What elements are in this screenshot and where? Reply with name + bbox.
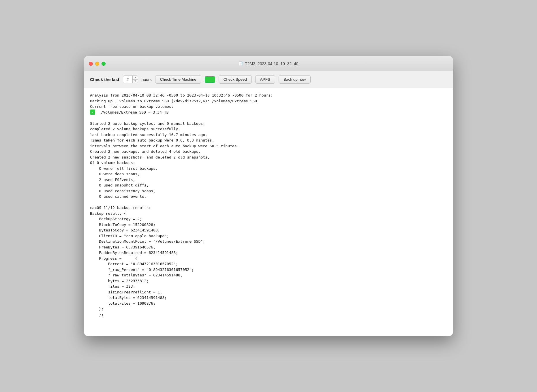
traffic-lights xyxy=(89,62,106,66)
hours-stepper[interactable]: 2 ▲ ▼ xyxy=(123,76,138,83)
hours-value: 2 xyxy=(123,76,132,83)
backup-now-button[interactable]: Back up now xyxy=(279,75,311,84)
stepper-arrows: ▲ ▼ xyxy=(132,76,138,83)
check-label: Check the last xyxy=(90,77,119,82)
window-title: 📄 T2M2_2023-04-10_10_32_40 xyxy=(239,61,298,66)
apfs-button[interactable]: APFS xyxy=(255,75,275,84)
log-output: Analysis from 2023-04-10 08:32:46 -0500 … xyxy=(90,93,447,317)
check-speed-button[interactable]: Check Speed xyxy=(219,75,252,84)
title-label: T2M2_2023-04-10_10_32_40 xyxy=(245,61,298,66)
content-area: Analysis from 2023-04-10 08:32:46 -0500 … xyxy=(84,88,453,336)
titlebar: 📄 T2M2_2023-04-10_10_32_40 xyxy=(84,56,453,71)
check-time-machine-button[interactable]: Check Time Machine xyxy=(155,75,201,84)
hours-label: hours xyxy=(142,77,152,82)
minimize-button[interactable] xyxy=(95,62,99,66)
stepper-down[interactable]: ▼ xyxy=(133,80,138,83)
toolbar: Check the last 2 ▲ ▼ hours Check Time Ma… xyxy=(84,71,453,88)
close-button[interactable] xyxy=(89,62,93,66)
stepper-up[interactable]: ▲ xyxy=(133,76,138,80)
maximize-button[interactable] xyxy=(102,62,106,66)
check-icon xyxy=(90,110,95,115)
app-window: 📄 T2M2_2023-04-10_10_32_40 Check the las… xyxy=(84,56,453,336)
file-icon: 📄 xyxy=(239,61,243,66)
status-indicator xyxy=(205,76,215,83)
